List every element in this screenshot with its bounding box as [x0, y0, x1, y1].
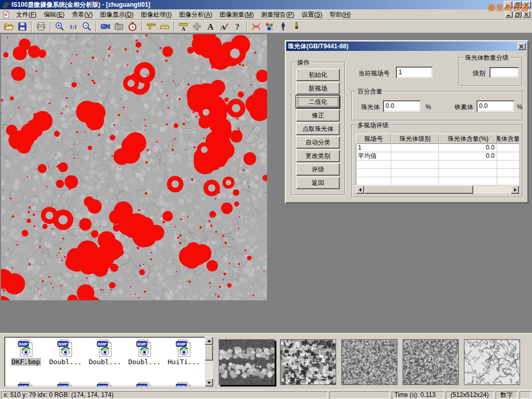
- ruler-button[interactable]: [158, 20, 171, 33]
- timer-button[interactable]: [126, 20, 139, 33]
- file-name[interactable]: Doubl...: [127, 358, 162, 366]
- table-row[interactable]: [356, 161, 519, 169]
- scrollbar-thumb[interactable]: [364, 185, 473, 194]
- file-list-item[interactable]: BMP: [125, 381, 164, 387]
- mdi-restore-button[interactable]: [514, 11, 522, 18]
- ferrite-percent-input[interactable]: [476, 100, 514, 112]
- annotate-button[interactable]: A: [217, 20, 231, 33]
- menu-view[interactable]: 查看(V): [68, 9, 96, 20]
- scroll-left-button[interactable]: [356, 185, 364, 194]
- auto-classify-button[interactable]: 自动分类: [296, 136, 340, 149]
- file-list-item[interactable]: BMP: [165, 381, 203, 387]
- classify-button[interactable]: 1 2 3: [263, 20, 276, 33]
- table-row[interactable]: [356, 177, 519, 185]
- table-row[interactable]: 10.0: [356, 144, 519, 152]
- file-list-item[interactable]: BMP: [46, 381, 85, 387]
- curve-tool-button[interactable]: [249, 20, 263, 33]
- file-list-scrollbar[interactable]: [205, 337, 213, 387]
- menu-help[interactable]: 帮助(H): [326, 9, 354, 20]
- return-button[interactable]: 返回: [296, 177, 340, 189]
- new-field-button[interactable]: 新视场: [296, 82, 340, 95]
- print-button[interactable]: [34, 20, 48, 33]
- grade-input[interactable]: [489, 67, 518, 77]
- menu-measure-report[interactable]: 测量报告(P): [257, 9, 298, 20]
- file-list-item[interactable]: BMP DKF.bmp: [7, 339, 45, 366]
- file-list-item[interactable]: BMP HuiTi...: [165, 339, 203, 366]
- text-button[interactable]: A: [204, 20, 217, 33]
- grid-merge-button[interactable]: [190, 20, 204, 33]
- bmp-file-icon: BMP: [136, 381, 153, 387]
- measure-text-button[interactable]: A: [177, 20, 190, 33]
- menu-edit[interactable]: 编辑(E): [40, 9, 68, 20]
- file-list-item[interactable]: BMP: [86, 381, 124, 387]
- toolbar: 1:1: [0, 20, 532, 33]
- scroll-right-button[interactable]: [511, 185, 519, 194]
- file-name[interactable]: Doubl...: [48, 358, 83, 366]
- menu-settings[interactable]: 设置(S): [298, 9, 326, 20]
- rate-button[interactable]: 评级: [296, 163, 340, 176]
- menu-image-analysis[interactable]: 图像分析(A): [175, 9, 216, 20]
- mdi-close-button[interactable]: [523, 11, 530, 18]
- table-horizontal-scrollbar[interactable]: [356, 185, 519, 194]
- close-icon: [524, 12, 529, 17]
- close-button[interactable]: [523, 1, 531, 8]
- pearlite-percent-input[interactable]: [383, 100, 420, 112]
- micrograph-image[interactable]: [1, 34, 267, 300]
- correct-button[interactable]: 修正: [296, 109, 340, 122]
- zoom-out-button[interactable]: [80, 20, 94, 33]
- menu-image-process[interactable]: 图像处理(I): [137, 9, 175, 20]
- file-name[interactable]: Doubl...: [88, 358, 123, 366]
- menu-image-measure[interactable]: 图像测量(M): [216, 9, 257, 20]
- scroll-up-button[interactable]: [205, 337, 213, 345]
- pen-tool-button[interactable]: [276, 20, 290, 33]
- measure-text-icon: A: [178, 21, 189, 32]
- table-row[interactable]: [356, 169, 519, 177]
- col-pearlite-grade[interactable]: 珠光体级别: [391, 134, 439, 144]
- grid-cross-icon: [192, 21, 202, 32]
- pearlite-label: 珠光体: [361, 103, 380, 112]
- dialog-close-button[interactable]: [517, 43, 526, 50]
- current-field-input[interactable]: [396, 66, 432, 78]
- menu-image-display[interactable]: 图像显示(D): [96, 9, 137, 20]
- file-name[interactable]: DKF.bmp: [11, 358, 42, 366]
- thumbnail-3[interactable]: [341, 339, 397, 385]
- init-button[interactable]: 初始化: [296, 69, 340, 81]
- restore-button[interactable]: [513, 1, 522, 8]
- scroll-down-button[interactable]: [205, 378, 213, 387]
- photo-capture-button[interactable]: [112, 20, 126, 33]
- file-list[interactable]: BMP DKF.bmp BMP Doubl... BMP: [4, 337, 213, 387]
- thumbnail-4[interactable]: [403, 339, 459, 385]
- brush-tool-button[interactable]: [290, 20, 303, 33]
- minimize-icon: [507, 12, 511, 17]
- col-pearlite-percent[interactable]: 珠光体含量(%): [439, 134, 497, 144]
- file-list-item[interactable]: BMP Doubl...: [46, 339, 85, 366]
- thumbnail-5[interactable]: [464, 339, 520, 385]
- video-capture-button[interactable]: [99, 20, 112, 33]
- percent-sign: %: [517, 103, 523, 111]
- document-icon[interactable]: [2, 10, 10, 19]
- table-row[interactable]: 平均值0.0: [356, 152, 519, 161]
- help-button[interactable]: ?: [231, 20, 244, 33]
- pick-pearlite-button[interactable]: 点取珠光体: [296, 123, 340, 135]
- thumbnail-1[interactable]: [219, 339, 275, 385]
- menu-file[interactable]: 文件(F): [12, 9, 40, 20]
- col-field-number[interactable]: 视场号: [356, 134, 391, 144]
- mdi-minimize-button[interactable]: [505, 11, 513, 18]
- minimize-button[interactable]: [504, 1, 512, 8]
- caliper-button[interactable]: [144, 20, 158, 33]
- binarize-button[interactable]: 二值化: [296, 96, 340, 108]
- col-ferrite-percent[interactable]: 铁素体含量(%): [497, 134, 519, 144]
- actual-size-button[interactable]: 1:1: [66, 20, 80, 33]
- thumbnail-2[interactable]: [280, 339, 336, 385]
- file-list-item[interactable]: BMP: [7, 381, 45, 387]
- file-name[interactable]: HuiTi...: [167, 358, 202, 366]
- file-list-item[interactable]: BMP Doubl...: [86, 339, 124, 366]
- zoom-in-button[interactable]: [53, 20, 66, 33]
- change-class-button[interactable]: 更改类别: [296, 150, 340, 162]
- file-list-item[interactable]: BMP Doubl...: [125, 339, 164, 366]
- save-button[interactable]: [16, 20, 29, 33]
- table-cell: [356, 169, 391, 177]
- open-button[interactable]: [2, 20, 16, 33]
- dialog-title-bar[interactable]: 珠光体(GB/T9441-88): [286, 42, 527, 51]
- scrollbar-thumb[interactable]: [205, 345, 213, 361]
